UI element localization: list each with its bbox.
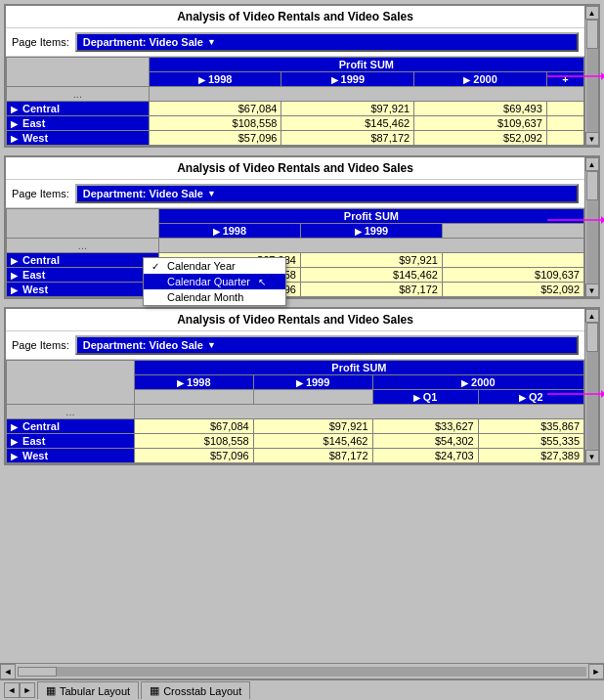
panel1-ellipsis-data (149, 87, 583, 102)
panel3-west-q1: $24,703 (372, 449, 478, 463)
panel2-label-east[interactable]: ▶ East (7, 268, 159, 283)
panel1-east-1998: $108,558 (149, 116, 281, 131)
panel3-west-1998: $57,096 (134, 449, 253, 463)
panel1-year-1998[interactable]: ▶ 1998 (149, 72, 281, 87)
panel1-page-items-label: Page Items: (12, 36, 69, 48)
panel3-year-1999[interactable]: ▶ 1999 (253, 375, 372, 390)
panel1-label-east[interactable]: ▶ East (7, 116, 150, 131)
panel3-sub-1999 (253, 390, 372, 405)
panel3-dept-dropdown[interactable]: Department: Video Sale ▼ (75, 335, 579, 355)
panel2-table-wrapper: Profit SUM ▶ 1998 ▶ 1999 ... (6, 208, 584, 297)
panel2-title: Analysis of Video Rentals and Video Sale… (6, 157, 584, 180)
panel3-central-1999: $97,921 (253, 419, 372, 434)
panel2-ellipsis: ... (7, 239, 159, 253)
tab-crosstab-layout[interactable]: ▦ Crosstab Layout (141, 681, 250, 699)
panel1-central-1998: $67,084 (149, 102, 281, 116)
panel2-dropdown-menu[interactable]: ✓ Calendar Year Calendar Quarter ↖ Calen… (143, 257, 286, 306)
panel3-sub-1998 (134, 390, 253, 405)
main-scroll-area[interactable]: Analysis of Video Rentals and Video Sale… (0, 0, 604, 663)
panel3-east-q1: $54,302 (372, 434, 478, 449)
panel2-menu-cursor-icon: ↖ (258, 277, 266, 287)
panel2-east-2000: $109,637 (442, 268, 583, 283)
panel1-scroll-down-btn[interactable]: ▼ (585, 132, 599, 146)
panel2-row-east: ▶ East $108,558 $145,462 $109,637 (7, 268, 584, 283)
panel3-west-q2: $27,389 (478, 449, 583, 463)
panel1-header-row1: Profit SUM (7, 58, 584, 72)
h-scroll-left-btn[interactable]: ◄ (0, 664, 16, 679)
bottom-area: ◄ ► ◄ ► ▦ Tabular Layout ▦ Crosstab Layo… (0, 663, 604, 700)
tab-crosstab-label: Crosstab Layout (163, 685, 241, 697)
panel1-west-1998: $57,096 (149, 131, 281, 146)
panel2-dept-dropdown[interactable]: Department: Video Sale ▼ (75, 184, 579, 203)
panel2-row-west: ▶ West $57,096 $87,172 $52,092 (7, 283, 584, 297)
panel3-page-items-row: Page Items: Department: Video Sale ▼ (6, 331, 584, 360)
panel1-year-1999[interactable]: ▶ 1999 (281, 72, 414, 87)
h-scroll-track[interactable] (18, 667, 586, 677)
panel3-scroll-up-btn[interactable]: ▲ (585, 309, 599, 323)
panel1-dept-dropdown[interactable]: Department: Video Sale ▼ (75, 32, 579, 52)
panel2-menu-item-quarter[interactable]: Calendar Quarter ↖ (144, 274, 285, 289)
panel1-central-1999: $97,921 (281, 102, 414, 116)
panel3-east-1998: $108,558 (134, 434, 253, 449)
panel2-dept-label: Department: Video Sale (83, 188, 203, 199)
panel1-content: Analysis of Video Rentals and Video Sale… (6, 6, 584, 146)
tab-prev-btn[interactable]: ◄ (4, 682, 20, 698)
h-scroll-right-btn[interactable]: ► (588, 664, 604, 679)
panel3-scroll-thumb[interactable] (586, 323, 598, 352)
panel2-label-west[interactable]: ▶ West (7, 283, 159, 297)
panel2-east-1999: $145,462 (300, 268, 442, 283)
panel2-ellipsis-data (158, 239, 583, 253)
panel3-quarter-q1[interactable]: ▶ Q1 (372, 390, 478, 405)
panel1-row-east: ▶ East $108,558 $145,462 $109,637 (7, 116, 584, 131)
panel3-label-central[interactable]: ▶ Central (7, 419, 135, 434)
panel2-label-central[interactable]: ▶ Central (7, 253, 159, 268)
panel1-label-west[interactable]: ▶ West (7, 131, 150, 146)
panel1-west-1999: $87,172 (281, 131, 414, 146)
panel3-corner (7, 361, 135, 405)
panel3-dept-label: Department: Video Sale (83, 339, 203, 351)
panel2-corner (7, 209, 159, 239)
panel3-ellipsis-data (134, 405, 583, 419)
panel1-dept-label: Department: Video Sale (83, 36, 203, 48)
panel3-central-1998: $67,084 (134, 419, 253, 434)
panel1-scroll-up-btn[interactable]: ▲ (585, 6, 599, 20)
panel3-wrapper: Analysis of Video Rentals and Video Sale… (4, 307, 600, 465)
panel1-row-west: ▶ West $57,096 $87,172 $52,092 (7, 131, 584, 146)
panel1-label-central[interactable]: ▶ Central (7, 102, 150, 116)
tab-crosstab-icon: ▦ (150, 684, 159, 697)
panel2-west-1999: $87,172 (300, 283, 442, 297)
tab-tabular-layout[interactable]: ▦ Tabular Layout (37, 681, 139, 699)
panel1-scroll-thumb[interactable] (586, 20, 598, 49)
panel3-ellipsis: ... (7, 405, 135, 419)
panel3-label-east[interactable]: ▶ East (7, 434, 135, 449)
h-scrollbar[interactable]: ◄ ► (0, 663, 604, 678)
panel2-scroll-down-btn[interactable]: ▼ (585, 284, 599, 297)
panel3: Analysis of Video Rentals and Video Sale… (4, 307, 600, 465)
h-scroll-thumb[interactable] (18, 667, 57, 677)
panel2-page-items-label: Page Items: (12, 188, 69, 199)
panel1: Analysis of Video Rentals and Video Sale… (4, 4, 600, 148)
panel2-year-1999[interactable]: ▶ 1999 (300, 224, 442, 239)
panel1-east-2000: $109,637 (414, 116, 547, 131)
panel2-wrapper: Analysis of Video Rentals and Video Sale… (4, 155, 600, 299)
panel3-row-west: ▶ West $57,096 $87,172 $24,703 $27,389 (7, 449, 584, 463)
panel3-content: Analysis of Video Rentals and Video Sale… (6, 309, 584, 463)
panel3-table: Profit SUM ▶ 1998 ▶ 1999 ▶ 2000 ▶ Q1 (6, 360, 584, 463)
tab-next-btn[interactable]: ► (20, 682, 35, 698)
panel2-profit-sum-header: Profit SUM (158, 209, 583, 224)
panel3-label-west[interactable]: ▶ West (7, 449, 135, 463)
panel2-menu-item-year[interactable]: ✓ Calendar Year (144, 258, 285, 274)
panel1-central-2000: $69,493 (414, 102, 547, 116)
panel1-page-items-row: Page Items: Department: Video Sale ▼ (6, 28, 584, 57)
panel2-scroll-up-btn[interactable]: ▲ (585, 157, 599, 171)
panel3-year-1998[interactable]: ▶ 1998 (134, 375, 253, 390)
panel2-scroll-thumb[interactable] (586, 171, 598, 200)
panel2-menu-item-month[interactable]: Calendar Month (144, 289, 285, 305)
panel2-header-row1: Profit SUM (7, 209, 584, 224)
panel3-east-1999: $145,462 (253, 434, 372, 449)
panel3-title: Analysis of Video Rentals and Video Sale… (6, 309, 584, 331)
panel1-west-2000: $52,092 (414, 131, 547, 146)
panel3-scroll-down-btn[interactable]: ▼ (585, 450, 599, 463)
panel1-year-2000[interactable]: ▶ 2000 (414, 72, 547, 87)
panel2-year-1998[interactable]: ▶ 1998 (158, 224, 300, 239)
